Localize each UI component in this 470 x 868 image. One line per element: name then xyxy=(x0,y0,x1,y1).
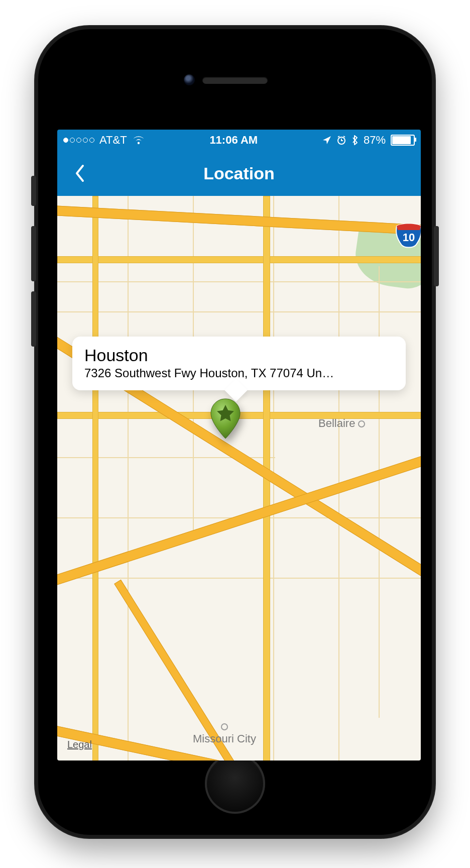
stage: AT&T 11:06 AM xyxy=(0,0,470,868)
city-text: Missouri City xyxy=(193,732,256,745)
road xyxy=(92,196,98,761)
volume-down-button xyxy=(31,291,36,347)
power-button xyxy=(434,226,439,286)
minor-road xyxy=(57,578,421,579)
battery-pct-label: 87% xyxy=(364,134,386,147)
clock-label: 11:06 AM xyxy=(209,134,258,147)
mute-switch xyxy=(31,176,36,206)
status-bar: AT&T 11:06 AM xyxy=(57,130,421,151)
pin-icon xyxy=(208,397,243,442)
map-pin[interactable] xyxy=(208,397,243,442)
interstate-number: 10 xyxy=(403,231,415,244)
callout-title: Houston xyxy=(84,346,394,365)
phone-bezel: AT&T 11:06 AM xyxy=(38,29,432,835)
city-dot-icon xyxy=(358,420,365,427)
carrier-label: AT&T xyxy=(99,134,127,147)
status-left: AT&T xyxy=(63,134,145,147)
chevron-left-icon xyxy=(74,164,85,183)
home-button[interactable] xyxy=(205,753,265,814)
city-dot-icon xyxy=(221,723,228,730)
volume-up-button xyxy=(31,226,36,281)
screen: AT&T 11:06 AM xyxy=(57,130,421,761)
status-right: 87% xyxy=(322,134,415,147)
map-view[interactable]: 10 Bellaire Missouri City Houston xyxy=(57,196,421,761)
minor-road xyxy=(57,311,421,312)
location-arrow-icon xyxy=(322,136,331,145)
phone-frame: AT&T 11:06 AM xyxy=(34,25,436,839)
back-button[interactable] xyxy=(64,151,94,196)
minor-road xyxy=(128,196,129,761)
signal-dots-icon xyxy=(63,138,94,143)
legal-link[interactable]: Legal xyxy=(67,739,92,750)
earpiece-speaker xyxy=(202,77,268,84)
location-callout[interactable]: Houston 7326 Southwest Fwy Houston, TX 7… xyxy=(72,337,406,390)
minor-road xyxy=(379,266,380,718)
interstate-shield-icon: 10 xyxy=(395,221,421,249)
page-title: Location xyxy=(203,164,275,183)
highway xyxy=(57,417,421,598)
city-label-missouri: Missouri City xyxy=(193,723,256,745)
road xyxy=(57,256,421,263)
navigation-bar: Location xyxy=(57,151,421,196)
wifi-icon xyxy=(132,135,145,145)
battery-icon xyxy=(391,135,415,146)
minor-road xyxy=(57,281,421,282)
callout-address: 7326 Southwest Fwy Houston, TX 77074 Un… xyxy=(84,366,394,380)
city-text: Bellaire xyxy=(318,417,355,429)
front-camera xyxy=(184,74,195,85)
minor-road xyxy=(338,196,339,761)
alarm-icon xyxy=(336,135,346,145)
bluetooth-icon xyxy=(351,135,359,146)
city-label-bellaire: Bellaire xyxy=(318,417,365,430)
